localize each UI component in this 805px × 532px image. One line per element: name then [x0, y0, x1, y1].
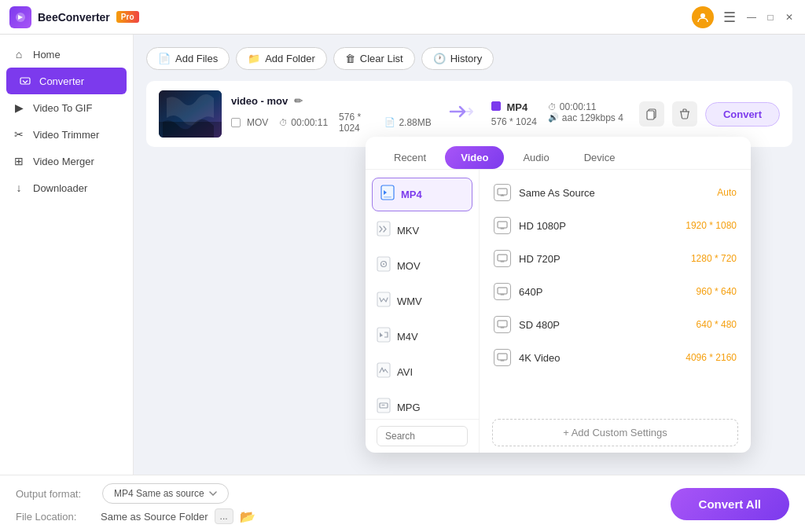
- sidebar-item-converter[interactable]: Converter: [6, 68, 127, 94]
- mov-file-icon: [377, 256, 391, 276]
- sidebar-item-video-gif[interactable]: ▶ Video To GIF: [0, 94, 133, 121]
- tab-audio[interactable]: Audio: [507, 146, 564, 169]
- sidebar: ⌂ Home Converter ▶ Video To GIF ✂ Video …: [0, 35, 134, 475]
- maximize-button[interactable]: □: [764, 11, 777, 24]
- setting-res-4k: 4096 * 2160: [686, 352, 737, 363]
- setting-hd-720p[interactable]: HD 720P 1280 * 720: [480, 242, 751, 275]
- avi-file-icon: [377, 362, 391, 382]
- convert-all-button[interactable]: Convert All: [671, 488, 789, 520]
- setting-name-1080p: HD 1080P: [519, 220, 566, 232]
- mov-label: MOV: [397, 260, 421, 272]
- sidebar-item-downloader[interactable]: ↓ Downloader: [0, 174, 133, 201]
- output-format-row: Output format: MP4 Same as source: [16, 483, 255, 504]
- sidebar-item-home[interactable]: ⌂ Home: [0, 41, 133, 68]
- svg-rect-12: [377, 292, 390, 306]
- edit-icon[interactable]: ✏: [294, 95, 303, 107]
- menu-icon[interactable]: ☰: [723, 9, 736, 26]
- convert-arrow-icon: [447, 102, 476, 126]
- format-item-mkv[interactable]: MKV: [366, 213, 479, 248]
- file-thumbnail: [159, 90, 222, 138]
- title-bar-right: ☰ — □ ✕: [692, 6, 796, 28]
- svg-rect-5: [647, 111, 654, 119]
- output-format-checkbox[interactable]: [491, 101, 501, 111]
- convert-button[interactable]: Convert: [705, 102, 780, 127]
- location-dots-button[interactable]: ...: [215, 508, 233, 524]
- tab-device[interactable]: Device: [568, 146, 631, 169]
- pro-badge: Pro: [116, 11, 139, 23]
- tab-recent[interactable]: Recent: [378, 146, 442, 169]
- source-format-checkbox[interactable]: [231, 118, 241, 127]
- format-search-input[interactable]: [377, 426, 468, 446]
- setting-res-1080p: 1920 * 1080: [686, 220, 737, 231]
- clear-list-label: Clear List: [360, 53, 403, 64]
- add-folder-button[interactable]: 📁 Add Folder: [236, 47, 327, 70]
- file-name-text: video - mov: [231, 95, 288, 107]
- setting-name-same: Same As Source: [519, 187, 595, 199]
- mp4-file-icon: [380, 185, 395, 204]
- format-item-mpg[interactable]: MPG: [366, 390, 479, 419]
- title-bar: BeeConverter Pro ☰ — □ ✕: [0, 0, 805, 35]
- setting-4k[interactable]: 4K Video 4096 * 2160: [480, 341, 751, 374]
- history-button[interactable]: 🕐 History: [421, 47, 494, 70]
- svg-rect-8: [377, 222, 390, 236]
- m4v-file-icon: [377, 327, 391, 347]
- setting-same-source[interactable]: Same As Source Auto: [480, 176, 751, 209]
- downloader-icon: ↓: [13, 182, 25, 194]
- format-tabs: Recent Video Audio Device: [366, 137, 751, 170]
- setting-640p[interactable]: 640P 960 * 640: [480, 275, 751, 308]
- chevron-down-icon: [209, 491, 217, 496]
- tab-video[interactable]: Video: [445, 146, 504, 169]
- sidebar-item-video-merger[interactable]: ⊞ Video Merger: [0, 148, 133, 174]
- close-button[interactable]: ✕: [783, 11, 796, 24]
- file-meta: MOV ⏱ 00:00:11 576 * 1024 📄 2.88MB: [231, 112, 432, 134]
- setting-hd-1080p[interactable]: HD 1080P 1920 * 1080: [480, 209, 751, 242]
- add-files-button[interactable]: 📄 Add Files: [146, 47, 230, 70]
- browse-folder-icon[interactable]: 📂: [240, 509, 255, 524]
- mkv-file-icon: [377, 221, 391, 240]
- converter-icon: [19, 75, 31, 87]
- svg-point-1: [700, 13, 705, 18]
- svg-rect-22: [498, 354, 507, 360]
- file-actions: Convert: [639, 101, 780, 127]
- copy-settings-button[interactable]: [639, 101, 664, 127]
- output-format-label: Output format:: [16, 488, 94, 500]
- format-item-wmv[interactable]: WMV: [366, 284, 479, 319]
- source-resolution: 576 * 1024: [339, 112, 373, 134]
- format-item-mov[interactable]: MOV: [366, 248, 479, 284]
- source-duration-text: 00:00:11: [291, 117, 328, 128]
- output-format-value: MP4 Same as source: [114, 488, 204, 499]
- add-custom-button[interactable]: + Add Custom Settings: [492, 419, 738, 446]
- source-duration: ⏱ 00:00:11: [279, 112, 328, 134]
- source-format-label: MOV: [247, 117, 268, 128]
- delete-button[interactable]: [672, 101, 697, 127]
- svg-point-11: [383, 263, 384, 265]
- minimize-button[interactable]: —: [745, 11, 758, 24]
- bottom-bar: Output format: MP4 Same as source File L…: [0, 475, 805, 532]
- format-item-avi[interactable]: AVI: [366, 354, 479, 390]
- clear-list-icon: 🗑: [345, 53, 355, 64]
- svg-rect-7: [384, 196, 391, 198]
- output-format-select[interactable]: MP4 Same as source: [102, 483, 229, 504]
- output-duration-text: 00:00:11: [560, 101, 597, 112]
- avatar-icon[interactable]: [692, 6, 714, 28]
- add-files-icon: 📄: [158, 53, 171, 64]
- m4v-label: M4V: [397, 331, 418, 343]
- sidebar-item-label-converter: Converter: [39, 75, 84, 87]
- wmv-label: WMV: [397, 295, 422, 307]
- sidebar-item-label-merger: Video Merger: [33, 156, 94, 167]
- mpg-label: MPG: [397, 402, 421, 413]
- trimmer-icon: ✂: [13, 128, 25, 141]
- svg-rect-17: [498, 189, 507, 195]
- setting-icon-640p: [494, 283, 511, 300]
- clear-list-button[interactable]: 🗑 Clear List: [333, 47, 415, 70]
- source-resolution-text: 576 * 1024: [339, 112, 373, 134]
- setting-res-480p: 640 * 480: [697, 319, 737, 330]
- avi-label: AVI: [397, 366, 413, 378]
- format-item-mp4[interactable]: MP4: [372, 178, 472, 211]
- format-item-m4v[interactable]: M4V: [366, 319, 479, 354]
- output-format-text: MP4: [491, 101, 537, 113]
- setting-name-480p: SD 480P: [519, 319, 560, 331]
- setting-sd-480p[interactable]: SD 480P 640 * 480: [480, 308, 751, 341]
- sidebar-item-video-trimmer[interactable]: ✂ Video Trimmer: [0, 121, 133, 148]
- sidebar-item-label-home: Home: [33, 49, 61, 61]
